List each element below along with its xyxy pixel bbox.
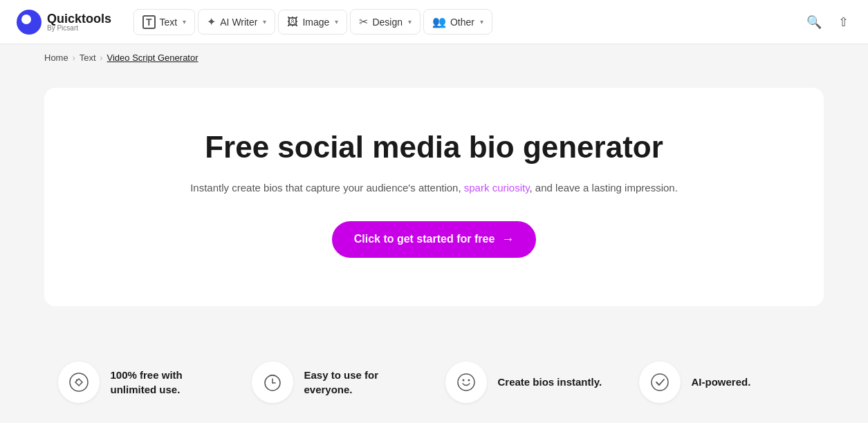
- nav-item-other[interactable]: 👥 Other ▾: [423, 9, 492, 35]
- svg-point-1: [21, 15, 31, 24]
- image-nav-icon: 🖼: [287, 16, 298, 28]
- feature-text-create: Create bios instantly.: [498, 375, 602, 389]
- nav-right-actions: 🔍 ⇧: [804, 12, 851, 32]
- breadcrumb-sep-2: ›: [100, 53, 103, 63]
- nav-item-design[interactable]: ✂ Design ▾: [350, 9, 421, 35]
- search-button[interactable]: 🔍: [804, 12, 824, 32]
- smiley-icon: [456, 373, 476, 392]
- navbar: Quicktools By Picsart T Text ▾ ✦ AI Writ…: [0, 0, 868, 44]
- logo-icon: [17, 10, 41, 35]
- design-nav-arrow: ▾: [408, 18, 412, 26]
- feature-text-easy: Easy to use for everyone.: [304, 368, 423, 397]
- text-nav-arrow: ▾: [183, 18, 186, 26]
- logo-main-text: Quicktools: [47, 12, 111, 25]
- feature-item-free: 100% free with unlimited use.: [47, 356, 241, 408]
- breadcrumb-home[interactable]: Home: [44, 53, 68, 63]
- hero-wrapper: Free social media bio generator Instantl…: [0, 71, 868, 328]
- feature-text-free: 100% free with unlimited use.: [111, 368, 230, 397]
- nav-text-label: Text: [160, 17, 178, 28]
- nav-ai-writer-label: AI Writer: [220, 17, 257, 28]
- cta-label: Click to get started for free: [354, 233, 495, 245]
- hero-card: Free social media bio generator Instantl…: [44, 88, 824, 306]
- cta-arrow-icon: →: [501, 232, 514, 247]
- other-nav-icon: 👥: [432, 15, 446, 28]
- breadcrumb-sep-1: ›: [73, 53, 75, 63]
- features-section: 100% free with unlimited use. Easy to us…: [0, 328, 868, 423]
- design-nav-icon: ✂: [359, 15, 368, 28]
- text-nav-icon: T: [142, 15, 156, 29]
- timer-icon: [263, 373, 282, 392]
- nav-design-label: Design: [372, 17, 403, 28]
- svg-point-3: [75, 379, 77, 381]
- other-nav-arrow: ▾: [480, 18, 483, 26]
- breadcrumb: Home › Text › Video Script Generator: [0, 44, 868, 71]
- hero-title: Free social media bio generator: [72, 129, 796, 166]
- feature-icon-ai: [639, 361, 681, 403]
- nav-item-image[interactable]: 🖼 Image ▾: [278, 10, 347, 35]
- svg-point-11: [652, 374, 668, 391]
- feature-icon-easy: [252, 361, 293, 403]
- svg-point-10: [468, 379, 470, 381]
- nav-image-label: Image: [302, 17, 329, 28]
- check-circle-icon: [650, 373, 670, 392]
- svg-point-8: [458, 374, 474, 391]
- share-button[interactable]: ⇧: [835, 12, 851, 32]
- svg-point-9: [462, 379, 464, 381]
- nav-items: T Text ▾ ✦ AI Writer ▾ 🖼 Image ▾ ✂ Desig…: [133, 9, 798, 35]
- logo-link[interactable]: Quicktools By Picsart: [17, 10, 111, 35]
- hero-subtitle-highlight: spark curiosity: [464, 182, 530, 194]
- image-nav-arrow: ▾: [335, 18, 338, 26]
- hero-subtitle-end: , and leave a lasting impression.: [530, 182, 678, 194]
- hero-subtitle: Instantly create bios that capture your …: [72, 180, 796, 196]
- feature-item-ai: AI-powered.: [628, 356, 822, 408]
- nav-item-text[interactable]: T Text ▾: [133, 9, 195, 35]
- svg-point-2: [70, 373, 88, 391]
- nav-other-label: Other: [450, 17, 474, 28]
- tag-icon: [69, 373, 89, 392]
- feature-icon-free: [58, 361, 100, 403]
- nav-item-ai-writer[interactable]: ✦ AI Writer ▾: [198, 9, 275, 35]
- cta-button[interactable]: Click to get started for free →: [332, 221, 537, 258]
- feature-text-ai: AI-powered.: [692, 375, 751, 389]
- feature-item-create: Create bios instantly.: [434, 356, 628, 408]
- breadcrumb-text[interactable]: Text: [80, 53, 96, 63]
- ai-writer-nav-arrow: ▾: [263, 18, 266, 26]
- logo-sub-text: By Picsart: [47, 25, 111, 32]
- feature-icon-create: [445, 361, 487, 403]
- ai-writer-nav-icon: ✦: [207, 15, 216, 28]
- breadcrumb-current[interactable]: Video Script Generator: [107, 53, 198, 63]
- hero-subtitle-start: Instantly create bios that capture your …: [190, 182, 464, 194]
- feature-item-easy: Easy to use for everyone.: [241, 356, 434, 408]
